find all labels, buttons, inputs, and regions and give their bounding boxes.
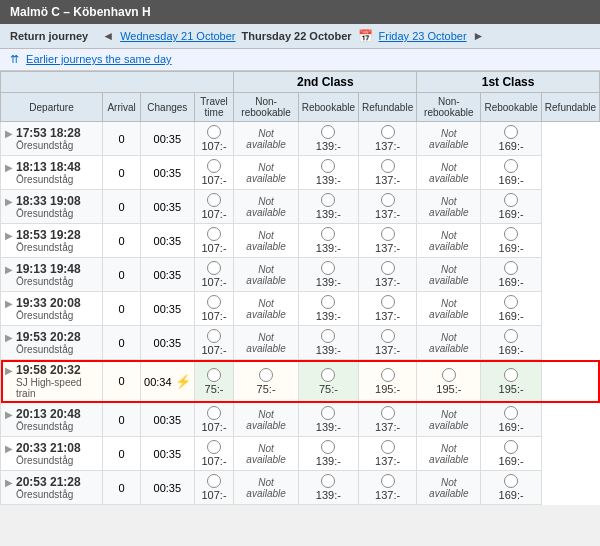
1st-refundable-cell[interactable]: 169:- [481,403,541,437]
row-expand-arrow[interactable]: ▶ [5,409,13,420]
price-radio-group[interactable]: 75:- [198,368,231,395]
price-radio-group[interactable]: 75:- [302,368,355,395]
radio-button[interactable] [321,440,335,454]
price-radio-group[interactable]: 169:- [484,125,537,152]
radio-button[interactable] [381,440,395,454]
radio-button[interactable] [381,368,395,382]
2nd-non-rebookable-cell[interactable]: 75:- [194,360,234,403]
1st-non-rebookable-cell[interactable]: 137:- [359,122,417,156]
radio-button[interactable] [321,227,335,241]
price-radio-group[interactable]: 169:- [484,261,537,288]
price-radio-group[interactable]: 139:- [302,329,355,356]
price-radio-group[interactable]: 139:- [302,295,355,322]
1st-rebookable-cell[interactable]: Notavailable [417,258,481,292]
price-radio-group[interactable]: 139:- [302,440,355,467]
radio-button[interactable] [504,406,518,420]
radio-button[interactable] [381,193,395,207]
price-radio-group[interactable]: 137:- [362,440,413,467]
earlier-journeys-bar[interactable]: ⇈ Earlier journeys the same day [0,49,600,71]
2nd-non-rebookable-cell[interactable]: 107:- [194,326,234,360]
radio-button[interactable] [381,227,395,241]
price-radio-group[interactable]: 107:- [198,406,231,433]
radio-button[interactable] [321,261,335,275]
price-radio-group[interactable]: 195:- [420,368,477,395]
price-radio-group[interactable]: 169:- [484,406,537,433]
2nd-non-rebookable-cell[interactable]: 107:- [194,403,234,437]
next-arrow[interactable]: ► [473,29,485,43]
date3-link[interactable]: Friday 23 October [379,30,467,42]
radio-button[interactable] [381,406,395,420]
radio-button[interactable] [504,295,518,309]
radio-button[interactable] [321,368,335,382]
1st-refundable-cell[interactable]: 169:- [481,437,541,471]
price-radio-group[interactable]: 169:- [484,440,537,467]
row-expand-arrow[interactable]: ▶ [5,443,13,454]
radio-button[interactable] [207,227,221,241]
row-expand-arrow[interactable]: ▶ [5,230,13,241]
1st-refundable-cell[interactable]: 169:- [481,122,541,156]
1st-refundable-cell[interactable]: 169:- [481,190,541,224]
2nd-non-rebookable-cell[interactable]: 107:- [194,156,234,190]
row-expand-arrow[interactable]: ▶ [5,162,13,173]
2nd-non-rebookable-cell[interactable]: 107:- [194,471,234,505]
radio-button[interactable] [381,159,395,173]
price-radio-group[interactable]: 137:- [362,261,413,288]
1st-rebookable-cell[interactable]: Notavailable [417,156,481,190]
radio-button[interactable] [504,159,518,173]
radio-button[interactable] [381,261,395,275]
date1-link[interactable]: Wednesday 21 October [120,30,235,42]
radio-button[interactable] [207,368,221,382]
prev-arrow[interactable]: ◄ [102,29,114,43]
2nd-rebookable-cell[interactable]: Notavailable [234,224,298,258]
radio-button[interactable] [207,440,221,454]
calendar-icon[interactable]: 📅 [358,29,373,43]
row-expand-arrow[interactable]: ▶ [5,128,13,139]
2nd-rebookable-cell[interactable]: Notavailable [234,156,298,190]
1st-refundable-cell[interactable]: 169:- [481,292,541,326]
price-radio-group[interactable]: 169:- [484,329,537,356]
1st-non-rebookable-cell[interactable]: 137:- [359,471,417,505]
1st-non-rebookable-cell[interactable]: 137:- [359,292,417,326]
radio-button[interactable] [259,368,273,382]
row-expand-arrow[interactable]: ▶ [5,332,13,343]
radio-button[interactable] [504,227,518,241]
row-expand-arrow[interactable]: ▶ [5,298,13,309]
2nd-refundable-cell[interactable]: 139:- [298,122,358,156]
2nd-non-rebookable-cell[interactable]: 107:- [194,190,234,224]
radio-button[interactable] [207,193,221,207]
1st-rebookable-cell[interactable]: Notavailable [417,471,481,505]
1st-rebookable-cell[interactable]: Notavailable [417,224,481,258]
price-radio-group[interactable]: 139:- [302,193,355,220]
radio-button[interactable] [381,329,395,343]
radio-button[interactable] [504,440,518,454]
radio-button[interactable] [381,125,395,139]
radio-button[interactable] [381,474,395,488]
price-radio-group[interactable]: 139:- [302,474,355,501]
2nd-rebookable-cell[interactable]: Notavailable [234,326,298,360]
1st-rebookable-cell[interactable]: Notavailable [417,437,481,471]
price-radio-group[interactable]: 137:- [362,329,413,356]
2nd-non-rebookable-cell[interactable]: 107:- [194,122,234,156]
price-radio-group[interactable]: 169:- [484,159,537,186]
1st-non-rebookable-cell[interactable]: 137:- [359,156,417,190]
price-radio-group[interactable]: 107:- [198,125,231,152]
price-radio-group[interactable]: 107:- [198,474,231,501]
2nd-rebookable-cell[interactable]: 75:- [234,360,298,403]
price-radio-group[interactable]: 139:- [302,261,355,288]
date2-active[interactable]: Thursday 22 October [242,30,352,42]
2nd-refundable-cell[interactable]: 139:- [298,326,358,360]
radio-button[interactable] [321,125,335,139]
price-radio-group[interactable]: 169:- [484,295,537,322]
1st-refundable-cell[interactable]: 169:- [481,258,541,292]
2nd-refundable-cell[interactable]: 139:- [298,156,358,190]
price-radio-group[interactable]: 139:- [302,227,355,254]
radio-button[interactable] [504,329,518,343]
1st-refundable-cell[interactable]: 169:- [481,224,541,258]
2nd-refundable-cell[interactable]: 139:- [298,437,358,471]
price-radio-group[interactable]: 107:- [198,193,231,220]
2nd-refundable-cell[interactable]: 139:- [298,471,358,505]
radio-button[interactable] [321,159,335,173]
price-radio-group[interactable]: 137:- [362,159,413,186]
radio-button[interactable] [504,474,518,488]
1st-rebookable-cell[interactable]: Notavailable [417,190,481,224]
